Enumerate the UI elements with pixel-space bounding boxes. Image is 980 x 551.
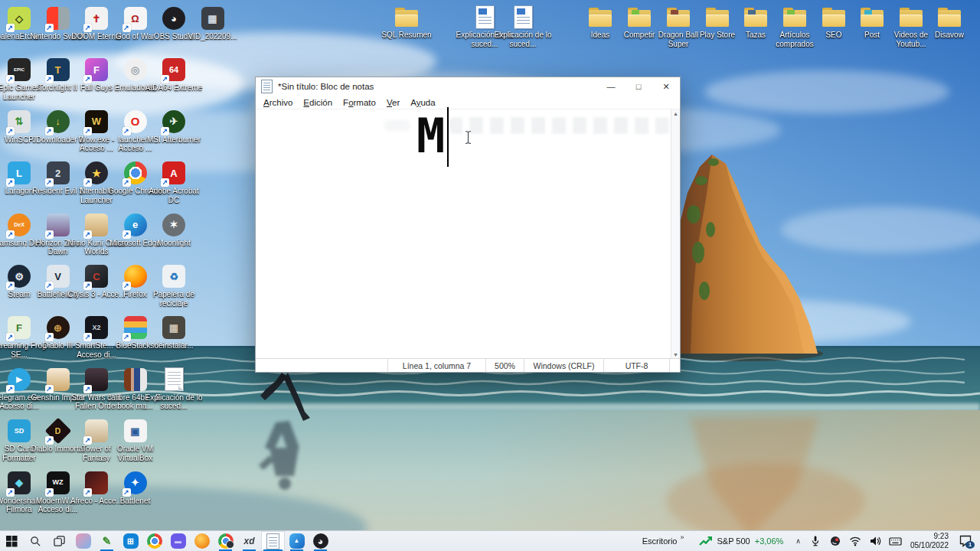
shortcut-arrow-icon: ↗	[122, 24, 131, 32]
minimize-button[interactable]: —	[597, 77, 625, 96]
moonlight-icon: ✶	[161, 213, 187, 237]
desktop-icon-vid-202209[interactable]: ▦VID_202209...	[184, 6, 242, 41]
menu-ver[interactable]: Ver	[381, 98, 405, 107]
action-center-button[interactable]: 1	[959, 535, 972, 547]
shortcut-arrow-icon: ↗	[45, 385, 54, 393]
shortcut-arrow-icon: ↗	[6, 230, 15, 239]
explicaci-n-de-lo-suced-icon	[161, 367, 187, 392]
scroll-down-icon[interactable]: ▼	[673, 352, 678, 357]
shortcut-arrow-icon: ↗	[122, 230, 131, 239]
notepad-titlebar[interactable]: *Sin título: Bloc de notas — □ ✕	[256, 77, 680, 96]
taskbar: ✎⊞▬xd▲◕ Escritorio » S&P 500 +3,06% ∧	[0, 530, 980, 551]
desktop-icon-disavow[interactable]: Disavow	[920, 5, 978, 40]
desktop-icon-aida64-extreme[interactable]: 64↗AIDA64 Extreme	[145, 57, 203, 93]
shortcut-arrow-icon: ↗	[161, 178, 169, 187]
pinned-orange-app[interactable]	[190, 531, 214, 551]
shortcut-arrow-icon: ↗	[161, 127, 169, 135]
stock-label: S&P 500	[717, 536, 750, 546]
stock-ticker-widget[interactable]: S&P 500 +3,06%	[699, 536, 783, 546]
desktop-icon-adobe-acrobat-dc[interactable]: A↗Adobe Acrobat DC	[145, 161, 203, 204]
shortcut-arrow-icon: ↗	[45, 436, 54, 445]
running-photos-app[interactable]: ▲	[285, 531, 309, 551]
adobe-acrobat-dc-icon: A↗	[161, 161, 187, 185]
scroll-up-icon[interactable]: ▲	[673, 111, 678, 116]
desktop-icon-msi-afterburner[interactable]: ✈↗MSI Afterburner	[145, 109, 203, 145]
desktop-icon-label: Explicación de lo suced...	[145, 393, 203, 411]
microsoft-store-icon: ⊞	[123, 533, 139, 549]
toolbar-overflow-chevron-icon[interactable]: »	[680, 533, 684, 541]
shortcut-arrow-icon: ↗	[83, 24, 92, 32]
search-icon	[30, 536, 41, 547]
shortcut-arrow-icon: ↗	[83, 230, 92, 239]
search-button[interactable]	[24, 531, 47, 551]
obs-studio-icon: ◕	[313, 533, 328, 549]
chrome-icon	[147, 533, 162, 549]
running-notepad[interactable]	[261, 531, 285, 551]
desktop-icon-label: Papelera de reciclaje	[145, 290, 203, 308]
menu-archivo[interactable]: Archivo	[258, 98, 298, 107]
notepad-text-area[interactable]: M	[256, 109, 671, 359]
pinned-chrome[interactable]	[142, 531, 166, 551]
pinned-purple-window-app[interactable]: ▬	[166, 531, 190, 551]
obs-tray-icon[interactable]	[829, 535, 841, 547]
shortcut-arrow-icon: ↗	[6, 127, 15, 135]
shortcut-arrow-icon: ↗	[45, 333, 54, 341]
shortcut-arrow-icon: ↗	[83, 333, 92, 341]
shortcut-arrow-icon: ↗	[83, 436, 92, 445]
text-caret	[447, 107, 449, 167]
desktop-toolbar[interactable]: Escritorio »	[642, 536, 684, 546]
photos-app-icon: ▲	[289, 533, 305, 549]
wifi-icon[interactable]	[849, 535, 861, 547]
papelera-de-reciclaje-icon: ♻	[161, 264, 187, 289]
pinned-microsoft-store[interactable]: ⊞	[119, 531, 142, 551]
pinned-quill-app[interactable]: ✎	[95, 531, 119, 551]
dragon-ball-super-icon	[665, 5, 691, 29]
close-button[interactable]: ✕	[652, 77, 680, 96]
status-cell-grip	[669, 359, 680, 372]
desktop-icon-papelera-de-reciclaje[interactable]: ♻Papelera de reciclaje	[145, 264, 203, 308]
desktop-icon-deinstalar[interactable]: ▦deinstalar...	[145, 315, 203, 350]
desktop-icon-explicaci-n-de-lo-suced[interactable]: Explicación de lo suced...	[494, 5, 552, 48]
desktop-icon-label: AIDA64 Extreme	[145, 83, 203, 93]
running-xd-app[interactable]: xd	[237, 531, 261, 551]
microphone-icon[interactable]	[809, 535, 822, 547]
desktop-icon-label: Adobe Acrobat DC	[145, 187, 203, 204]
desktop-icon-moonlight[interactable]: ✶Moonlight	[145, 213, 203, 248]
task-view-button[interactable]	[47, 531, 71, 551]
touch-keyboard-icon[interactable]	[889, 535, 902, 547]
volume-icon[interactable]	[869, 535, 881, 547]
shortcut-arrow-icon: ↗	[45, 230, 54, 239]
menu-edici-n[interactable]: Edición	[298, 98, 338, 107]
desktop-root: ◇↗balenaEtcher↗Nintendo Switch✝↗DOOM Ete…	[0, 0, 980, 551]
running-chrome-profile[interactable]	[214, 531, 237, 551]
shortcut-arrow-icon: ↗	[6, 488, 15, 497]
desktop-icon-battlenet[interactable]: ✦↗Battlenet	[106, 471, 165, 506]
desktop-icon-label: Moonlight	[145, 239, 203, 248]
maximize-button[interactable]: □	[625, 77, 652, 96]
desktop-icon-label: Oracle VM VirtualBox	[106, 445, 165, 462]
shortcut-arrow-icon: ↗	[6, 385, 15, 393]
start-icon	[6, 536, 18, 547]
desktop-icon-oracle-vm-virtualbox[interactable]: ▣Oracle VM VirtualBox	[106, 419, 165, 462]
shortcut-arrow-icon: ↗	[161, 75, 169, 83]
msi-afterburner-icon: ✈↗	[161, 109, 187, 134]
menu-formato[interactable]: Formato	[338, 98, 381, 107]
shortcut-arrow-icon: ↗	[83, 488, 92, 497]
running-obs-studio[interactable]: ◕	[309, 531, 332, 551]
shortcut-arrow-icon: ↗	[83, 75, 92, 83]
shortcut-arrow-icon: ↗	[122, 178, 131, 187]
hidden-icons-chevron[interactable]: ∧	[795, 537, 801, 545]
start-button[interactable]	[0, 531, 24, 551]
desktop-icon-label: VID_202209...	[184, 32, 242, 41]
shortcut-arrow-icon: ↗	[45, 488, 54, 497]
shortcut-arrow-icon: ↗	[83, 385, 92, 393]
art-culos-comprados-icon	[782, 5, 808, 29]
pinned-paint3d[interactable]	[71, 531, 95, 551]
desktop-icon-sql-resumen[interactable]: SQL Resumen	[377, 5, 436, 40]
vertical-scrollbar[interactable]: ▲ ▼	[671, 109, 680, 359]
tazas-icon	[743, 5, 769, 29]
taskbar-clock[interactable]: 9:23 05/10/2022	[910, 532, 949, 550]
desktop-icon-explicaci-n-de-lo-suced[interactable]: Explicación de lo suced...	[145, 367, 203, 411]
task-view-icon	[54, 536, 65, 547]
menu-ayuda[interactable]: Ayuda	[405, 98, 440, 107]
